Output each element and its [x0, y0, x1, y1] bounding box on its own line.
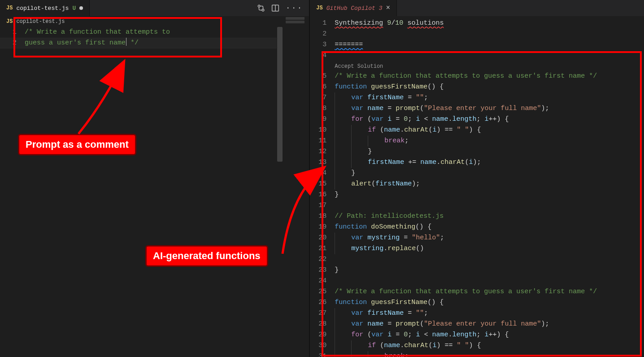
close-icon[interactable]: ×	[386, 4, 391, 12]
code-token: name	[384, 125, 400, 136]
vertical-scrollbar[interactable]	[277, 27, 283, 357]
code-editor-left[interactable]: 12 /* Write a function that attempts tog…	[0, 27, 309, 357]
code-token: var	[371, 114, 387, 125]
code-line[interactable]: mystring.replace()	[335, 243, 644, 254]
code-line[interactable]: var mystring = "hello";	[335, 233, 644, 243]
code-line[interactable]: }	[335, 168, 644, 179]
code-token: "Please enter your full name"	[424, 319, 541, 330]
code-line[interactable]: break;	[335, 351, 644, 357]
code-line[interactable]: =======	[335, 40, 644, 50]
code-token: function	[335, 222, 371, 233]
code-line[interactable]: var name = prompt("Please enter your ful…	[335, 319, 644, 330]
code-line[interactable]: function guessFirstName() {	[335, 82, 644, 93]
js-icon: JS	[6, 18, 13, 25]
line-number: 22	[310, 254, 326, 265]
code-line[interactable]: if (name.charAt(i) == " ") {	[335, 340, 644, 351]
line-number: 2	[310, 29, 326, 40]
code-line[interactable]: }	[335, 146, 644, 157]
compare-changes-icon[interactable]	[257, 4, 265, 12]
code-line[interactable]	[335, 29, 644, 40]
line-number: 25	[310, 286, 326, 297]
code-token: name	[367, 103, 383, 114]
code-line[interactable]	[335, 200, 644, 211]
code-token: 0	[404, 114, 408, 125]
code-token: firstName	[368, 157, 404, 168]
code-token: ) {	[469, 125, 481, 136]
code-token: i	[484, 114, 488, 125]
code-body[interactable]: /* Write a function that attempts togues…	[25, 27, 309, 357]
code-token: }	[368, 146, 372, 157]
breadcrumb[interactable]: JS copilot-test.js	[0, 16, 309, 27]
code-line[interactable]: guess a user's first name */	[25, 38, 309, 48]
code-line[interactable]: // Path: intellicodetest.js	[335, 211, 644, 222]
tab-filename: copilot-test.js	[16, 5, 69, 12]
code-line[interactable]: /* Write a function that attempts to	[25, 27, 309, 38]
more-icon[interactable]: ···	[286, 4, 303, 13]
code-token: }	[335, 265, 339, 276]
code-token: <	[420, 114, 432, 125]
code-line[interactable]: for (var i = 0; i < name.length; i++) {	[335, 330, 644, 340]
codelens-accept-solution[interactable]: Accept Solution	[335, 61, 383, 71]
code-token: ;	[476, 114, 484, 125]
code-line[interactable]: }	[335, 190, 644, 200]
code-line[interactable]: Accept Solution	[335, 61, 644, 71]
line-number: 26	[310, 297, 326, 308]
code-line[interactable]: var firstName = "";	[335, 308, 644, 319]
code-line[interactable]: break;	[335, 136, 644, 146]
line-number: 9	[310, 114, 326, 125]
split-editor-icon[interactable]	[271, 4, 279, 12]
code-token: (	[428, 125, 432, 136]
tab-copilot-suggestions[interactable]: JS GitHub Copilot 3 ×	[310, 0, 397, 16]
code-line[interactable]: }	[335, 265, 644, 276]
code-token: var	[351, 93, 367, 103]
minimap[interactable]	[283, 16, 309, 357]
code-token: =	[400, 233, 412, 243]
line-number: 11	[310, 136, 326, 146]
line-number: 3	[310, 40, 326, 50]
code-line[interactable]	[335, 276, 644, 286]
line-number: 4	[310, 50, 326, 61]
code-line[interactable]: /* Write a function that attempts to gue…	[335, 71, 644, 82]
code-token: (	[380, 340, 384, 351]
tab-bar-right: JS GitHub Copilot 3 ×	[310, 0, 644, 16]
code-token: 10	[395, 18, 403, 29]
code-token	[403, 18, 407, 29]
code-token: =	[383, 103, 396, 114]
code-line[interactable]: function doSomething() {	[335, 222, 644, 233]
code-line[interactable]: function guessFirstName() {	[335, 297, 644, 308]
code-line[interactable]: Synthesizing 9/10 solutions	[335, 18, 644, 29]
code-token: ;	[424, 93, 428, 103]
code-line[interactable]	[335, 254, 644, 265]
code-token: .	[383, 243, 387, 254]
code-token: ++) {	[489, 114, 509, 125]
code-line[interactable]: /* Write a function that attempts to gue…	[335, 286, 644, 297]
code-line[interactable]	[335, 50, 644, 61]
line-number: 8	[310, 103, 326, 114]
code-token: <	[420, 330, 432, 340]
tab-copilot-test[interactable]: JS copilot-test.js U	[0, 0, 90, 16]
code-token: var	[371, 330, 387, 340]
line-number: 29	[310, 330, 326, 340]
code-line[interactable]: if (name.charAt(i) == " ") {	[335, 125, 644, 136]
code-body[interactable]: Synthesizing 9/10 solutions=======Accept…	[335, 18, 644, 357]
code-token: Synthesizing	[335, 18, 383, 29]
code-editor-right[interactable]: 1234567891011121314151617181920212223242…	[310, 16, 644, 357]
code-token: );	[541, 319, 549, 330]
code-token: doSomething	[371, 222, 415, 233]
code-token: }	[351, 168, 355, 179]
code-token: /* Write a function that attempts to gue…	[335, 286, 597, 297]
code-token: 9	[387, 18, 391, 29]
code-token: ;	[476, 330, 484, 340]
code-token: i	[416, 330, 420, 340]
code-token: }	[335, 190, 339, 200]
annotation-label-functions: AI-generated functions	[145, 245, 268, 267]
code-line[interactable]: alert(firstName);	[335, 179, 644, 190]
code-token: ;	[440, 233, 444, 243]
code-token: for	[351, 330, 367, 340]
code-token: solutions	[407, 18, 444, 29]
code-line[interactable]: for (var i = 0; i < name.length; i++) {	[335, 114, 644, 125]
code-token: // Path: intellicodetest.js	[335, 211, 444, 222]
code-line[interactable]: var firstName = "";	[335, 93, 644, 103]
code-line[interactable]: firstName += name.charAt(i);	[335, 157, 644, 168]
code-line[interactable]: var name = prompt("Please enter your ful…	[335, 103, 644, 114]
